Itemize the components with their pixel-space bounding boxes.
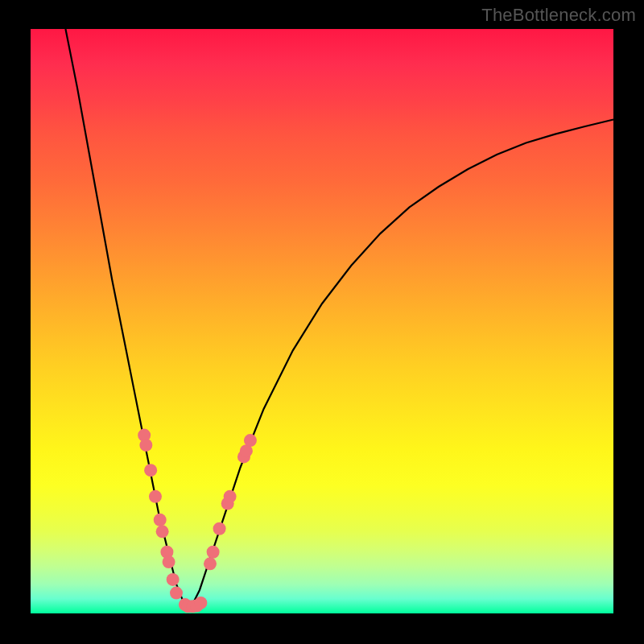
data-dot xyxy=(163,555,175,568)
data-dot xyxy=(194,597,207,609)
data-dot xyxy=(244,434,257,447)
data-dot xyxy=(207,546,220,559)
data-dot xyxy=(213,522,226,535)
data-dots xyxy=(138,429,257,613)
curve-right xyxy=(188,120,613,608)
curve-left xyxy=(65,29,188,608)
data-dot xyxy=(156,525,169,538)
data-dot xyxy=(139,439,152,452)
plot-area xyxy=(31,29,613,613)
data-dot xyxy=(154,514,167,526)
data-dot xyxy=(167,573,180,586)
data-dot xyxy=(224,490,237,503)
watermark-text: TheBottleneck.com xyxy=(481,5,636,26)
data-dot xyxy=(149,490,162,503)
curve-layer xyxy=(31,29,613,613)
data-dot xyxy=(144,464,157,477)
chart-stage: TheBottleneck.com xyxy=(0,0,644,644)
data-dot xyxy=(170,587,183,600)
data-dot xyxy=(204,557,217,570)
